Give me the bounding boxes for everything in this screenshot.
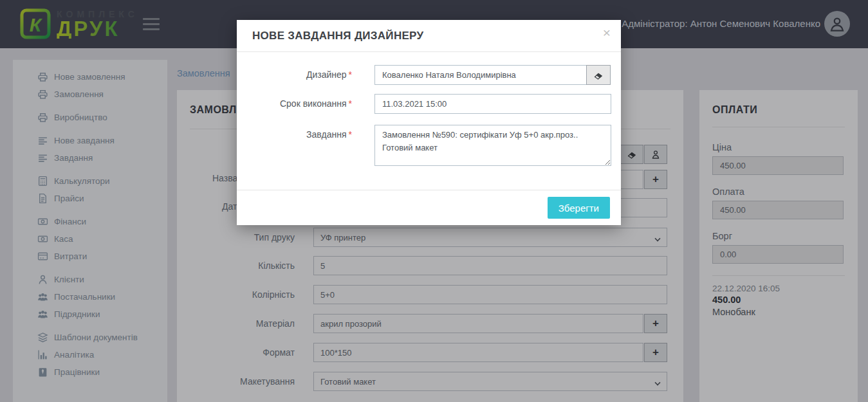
modal-footer: Зберегти xyxy=(237,190,621,225)
save-button[interactable]: Зберегти xyxy=(548,197,610,219)
deadline-input[interactable] xyxy=(374,94,611,114)
designer-row: Дизайнер* xyxy=(237,65,611,85)
clear-designer-button[interactable] xyxy=(586,65,611,85)
required-mark: * xyxy=(349,129,352,140)
required-mark: * xyxy=(349,69,352,80)
deadline-row: Срок виконання* xyxy=(237,94,611,114)
designer-label: Дизайнер* xyxy=(237,65,352,85)
task-textarea[interactable]: Замовлення №590: сертифікати Уф 5+0 акр.… xyxy=(374,125,611,166)
task-row: Завдання* Замовлення №590: сертифікати У… xyxy=(237,125,611,166)
new-designer-task-modal: НОВЕ ЗАВДАННЯ ДИЗАЙНЕРУ × Дизайнер* Срок… xyxy=(237,20,621,225)
eraser-icon xyxy=(593,70,604,80)
task-label: Завдання* xyxy=(237,125,352,166)
modal-header: НОВЕ ЗАВДАННЯ ДИЗАЙНЕРУ × xyxy=(237,20,621,52)
close-icon[interactable]: × xyxy=(603,26,611,39)
required-mark: * xyxy=(349,98,352,109)
designer-input[interactable] xyxy=(374,65,587,85)
modal-title: НОВЕ ЗАВДАННЯ ДИЗАЙНЕРУ xyxy=(252,30,423,42)
deadline-label: Срок виконання* xyxy=(237,94,352,114)
